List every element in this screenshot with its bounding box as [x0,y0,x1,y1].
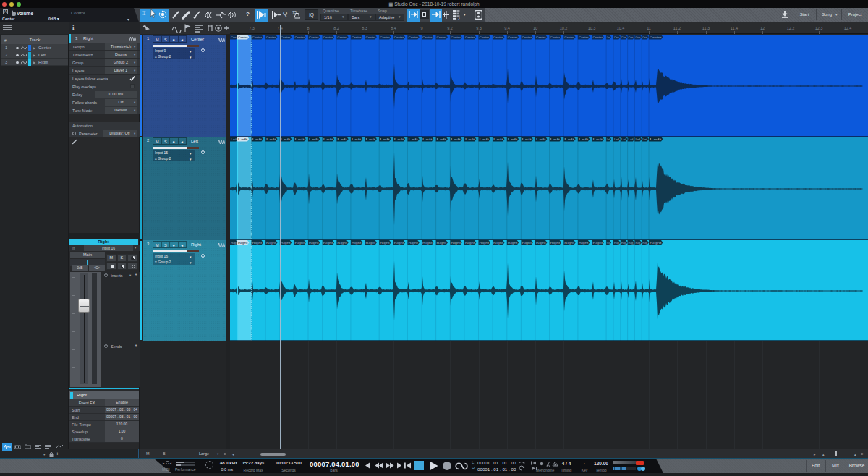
svg-text:Left: Left [294,137,305,141]
svg-text:Right: Right [480,241,490,245]
svg-text:Left: Left [337,137,348,141]
svg-text:Left: Left [480,137,490,141]
svg-text:Right: Right [650,241,663,245]
svg-text:Rig: Rig [635,241,641,245]
svg-text:Cen: Cen [231,35,237,39]
svg-text:Left: Left [252,137,263,141]
svg-text:Left: Left [266,137,277,141]
svg-text:Left: Left [238,137,249,141]
svg-text:Left: Left [550,137,561,141]
svg-text:Lef: Lef [231,137,237,141]
svg-text:Cen: Cen [642,35,647,39]
svg-text:Center: Center [380,35,390,39]
svg-text:Center: Center [352,35,362,39]
svg-text:Left: Left [593,137,604,141]
svg-text:Left: Left [493,137,504,141]
svg-text:Right: Right [422,241,433,245]
svg-text:Center: Center [337,35,347,39]
svg-text:Right: Right [337,241,348,245]
svg-text:Right: Right [352,241,362,245]
svg-text:Left: Left [650,137,663,141]
svg-text:Right: Right [252,241,263,245]
svg-text:Lef: Lef [621,137,627,141]
svg-text:Left: Left [536,137,547,141]
svg-text:Cen: Cen [621,35,626,39]
svg-text:Cen: Cen [607,35,610,39]
svg-text:Center: Center [437,35,447,39]
svg-text:Lef: Lef [642,137,648,141]
svg-text:Center: Center [579,35,589,39]
svg-text:♪: ♪ [458,15,460,19]
svg-text:Center: Center [451,35,461,39]
svg-text:Right: Right [323,241,334,245]
svg-text:Center: Center [593,35,603,39]
svg-text:Rig: Rig [231,241,237,245]
svg-text:Center: Center [522,35,532,39]
svg-text:Right: Right [564,241,575,245]
svg-text:Left: Left [323,137,334,141]
svg-text:Center: Center [564,35,574,39]
svg-text:Rig: Rig [621,241,627,245]
svg-text:Right: Right [508,241,519,245]
svg-text:Center: Center [294,35,305,39]
svg-text:Left: Left [380,137,391,141]
svg-text:Right: Right [536,241,547,245]
svg-text:Right: Right [451,241,461,245]
svg-text:Left: Left [408,137,419,141]
svg-text:Left: Left [564,137,575,141]
svg-text:Cen: Cen [635,35,640,39]
svg-text:Center: Center [550,35,561,39]
svg-text:Left: Left [309,137,320,141]
svg-text:Right: Right [522,241,532,245]
svg-text:Lef: Lef [607,137,610,141]
svg-text:Right: Right [593,241,604,245]
svg-text:Right: Right [366,241,377,245]
svg-text:Right: Right [493,241,504,245]
svg-text:Right: Right [380,241,391,245]
svg-text:Left: Left [437,137,448,141]
svg-text:Left: Left [522,137,532,141]
svg-text:Left: Left [508,137,519,141]
svg-text:Left: Left [579,137,590,141]
svg-text:Center: Center [422,35,433,39]
svg-text:Center: Center [281,35,291,39]
svg-text:Cen: Cen [614,35,619,39]
svg-text:Center: Center [480,35,490,39]
svg-text:Right: Right [309,241,320,245]
svg-text:Center: Center [650,35,662,39]
svg-text:Rig: Rig [629,241,634,245]
svg-text:Right: Right [550,241,561,245]
svg-text:Right: Right [437,241,448,245]
svg-text:Right: Right [238,241,249,245]
svg-text:Left: Left [352,137,362,141]
svg-text:Left: Left [451,137,461,141]
svg-text:Left: Left [394,137,405,141]
svg-text:Right: Right [394,241,405,245]
svg-text:Center: Center [408,35,418,39]
svg-text:Center: Center [465,35,475,39]
svg-text:Lef: Lef [629,137,634,141]
svg-text:Left: Left [366,137,377,141]
svg-text:Center: Center [238,35,248,39]
svg-text:Left: Left [281,137,292,141]
svg-text:Right: Right [294,241,305,245]
svg-text:Center: Center [366,35,376,39]
svg-text:Center: Center [536,35,546,39]
svg-text:Lef: Lef [614,137,620,141]
svg-text:Right: Right [281,241,292,245]
svg-text:Right: Right [266,241,277,245]
svg-text:Center: Center [252,35,263,39]
svg-text:Cen: Cen [629,35,634,39]
svg-text:Rig: Rig [614,241,620,245]
svg-text:Rig: Rig [642,241,648,245]
svg-text:Left: Left [465,137,476,141]
svg-text:Right: Right [408,241,419,245]
svg-text:Center: Center [309,35,319,39]
svg-text:Rig: Rig [607,241,610,245]
svg-text:Lef: Lef [635,137,641,141]
svg-text:Center: Center [394,35,404,39]
svg-text:Center: Center [508,35,518,39]
svg-text:Center: Center [266,35,276,39]
svg-text:Left: Left [422,137,433,141]
svg-text:Right: Right [465,241,476,245]
